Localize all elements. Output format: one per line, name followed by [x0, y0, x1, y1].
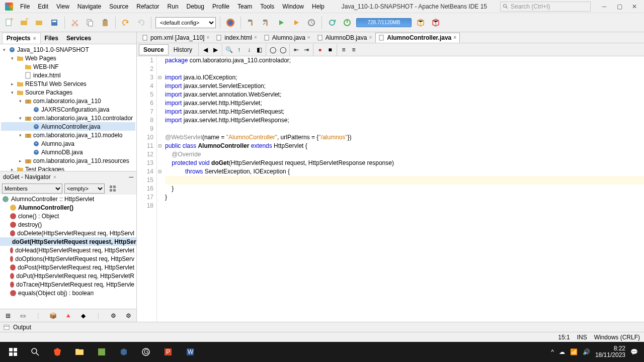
- clean-build-button[interactable]: [260, 17, 272, 29]
- minimize-icon[interactable]: ─: [129, 173, 133, 180]
- reload-button[interactable]: [326, 17, 338, 29]
- navigator-item[interactable]: clone() : Object: [0, 212, 136, 220]
- save-all-button[interactable]: [48, 17, 60, 29]
- tree-toggle-icon[interactable]: ▾: [17, 133, 23, 138]
- editor-tab[interactable]: Alumno.java×: [261, 33, 314, 43]
- empty-select[interactable]: <empty>: [64, 184, 105, 194]
- tree-toggle-icon[interactable]: ▾: [9, 90, 15, 95]
- tree-node[interactable]: WEB-INF: [1, 62, 135, 71]
- menu-debug[interactable]: Debug: [183, 1, 208, 12]
- find-next-button[interactable]: ↓: [245, 45, 254, 54]
- stop-rec-button[interactable]: ■: [326, 45, 335, 54]
- bp-button[interactable]: ◯: [268, 45, 277, 54]
- rec-button[interactable]: ●: [315, 45, 325, 54]
- code-line[interactable]: @WebServlet(name = "AlumnoController", u…: [165, 133, 644, 142]
- menu-tools[interactable]: Tools: [256, 1, 278, 12]
- nav-b2[interactable]: ▭: [17, 310, 29, 322]
- navigator-item[interactable]: doDelete(HttpServletRequest req, HttpSer…: [0, 229, 136, 237]
- bp2-button[interactable]: ◯: [278, 45, 287, 54]
- fold-toggle-icon[interactable]: ⊟: [157, 73, 163, 82]
- code-line[interactable]: [165, 125, 644, 133]
- editor-tab[interactable]: AlumnoDB.java×: [314, 33, 376, 43]
- tree-node[interactable]: ▾com.laboratorio.java_110.controlador: [1, 114, 135, 122]
- notification-icon[interactable]: 💬: [630, 348, 638, 355]
- editor-tab[interactable]: pom.xml [Java_110]×: [139, 33, 213, 43]
- menu-run[interactable]: Run: [164, 1, 183, 12]
- shift-l-button[interactable]: ⇤: [292, 45, 301, 54]
- tree-node[interactable]: ▾com.laboratorio.java_110: [1, 97, 135, 105]
- close-icon[interactable]: ×: [254, 35, 257, 40]
- tree-toggle-icon[interactable]: ▸: [9, 167, 15, 171]
- profile-button[interactable]: [305, 17, 317, 29]
- code-line[interactable]: [165, 65, 644, 73]
- menu-window[interactable]: Window: [278, 1, 308, 12]
- navigator-item[interactable]: doOptions(HttpServletRequest req, HttpSe…: [0, 254, 136, 263]
- services-tab[interactable]: Services: [62, 33, 95, 43]
- debug-button[interactable]: [290, 17, 302, 29]
- code-line[interactable]: @Override: [165, 150, 644, 159]
- navigator-item[interactable]: doGet(HttpServletRequest request, HttpSe…: [0, 237, 136, 246]
- tree-toggle-icon[interactable]: ▸: [9, 81, 15, 86]
- menu-view[interactable]: View: [52, 1, 73, 12]
- editor-tab[interactable]: index.html×: [213, 33, 261, 43]
- close-icon[interactable]: ×: [453, 35, 456, 40]
- close-icon[interactable]: ×: [206, 35, 209, 40]
- members-select[interactable]: Members: [2, 184, 62, 194]
- tree-toggle-icon[interactable]: ▸: [17, 158, 23, 163]
- project-tree[interactable]: ▾Java_110-1.0-SNAPSHOT▾Web PagesWEB-INFi…: [0, 44, 136, 171]
- menu-file[interactable]: File: [16, 1, 34, 12]
- tree-toggle-icon[interactable]: ▾: [17, 99, 23, 104]
- close-icon[interactable]: ×: [33, 36, 36, 41]
- history-tab[interactable]: History: [170, 45, 196, 55]
- nav-b1[interactable]: ⊞: [2, 310, 14, 322]
- navigator-item[interactable]: equals(Object obj) : boolean: [0, 289, 136, 297]
- tree-toggle-icon[interactable]: ▾: [17, 116, 23, 121]
- shift-r-button[interactable]: ⇥: [302, 45, 311, 54]
- tree-toggle-icon[interactable]: ▾: [9, 56, 15, 61]
- code-line[interactable]: [165, 202, 644, 210]
- tree-node[interactable]: ▾Java_110-1.0-SNAPSHOT: [1, 45, 135, 54]
- tree-node[interactable]: JAXRSConfiguration.java: [1, 105, 135, 114]
- navigator-item[interactable]: destroy(): [0, 220, 136, 229]
- source-tab[interactable]: Source: [139, 44, 169, 55]
- gc-button[interactable]: [415, 17, 427, 29]
- navigator-item[interactable]: doPut(HttpServletRequest req, HttpServle…: [0, 272, 136, 280]
- find-prev-button[interactable]: ↑: [234, 45, 244, 54]
- close-icon[interactable]: ×: [53, 174, 56, 180]
- code-line[interactable]: }: [165, 193, 644, 202]
- comment-button[interactable]: ≡: [339, 45, 348, 54]
- minimize-button[interactable]: ─: [601, 3, 608, 10]
- start-button[interactable]: [2, 342, 24, 362]
- close-button[interactable]: ✕: [631, 3, 638, 10]
- menu-help[interactable]: Help: [308, 1, 329, 12]
- nav-b3[interactable]: 📦: [47, 310, 59, 322]
- search-button[interactable]: [24, 342, 46, 362]
- tree-node[interactable]: AlumnoController.java: [1, 122, 135, 131]
- close-icon[interactable]: ×: [307, 35, 310, 40]
- code-line[interactable]: import javax.servlet.annotation.WebServl…: [165, 90, 644, 99]
- tree-node[interactable]: ▸Test Packages: [1, 165, 135, 171]
- new-project-button[interactable]: +: [18, 17, 30, 29]
- code-line[interactable]: package com.laboratorio.java_110.control…: [165, 56, 644, 65]
- nav-view-button[interactable]: [107, 183, 119, 195]
- redo-button[interactable]: [135, 17, 147, 29]
- tree-node[interactable]: index.html: [1, 71, 135, 79]
- code-line[interactable]: import javax.servlet.http.HttpServletRes…: [165, 116, 644, 125]
- back-button[interactable]: ◀: [201, 45, 210, 54]
- paste-button[interactable]: [99, 17, 111, 29]
- app2-button[interactable]: G: [135, 342, 157, 362]
- find-button[interactable]: 🔍: [224, 45, 233, 54]
- app1-button[interactable]: [91, 342, 113, 362]
- navigator-item[interactable]: AlumnoController(): [0, 203, 136, 212]
- navigator-class[interactable]: AlumnoController :: HttpServlet: [0, 195, 136, 203]
- tree-node[interactable]: ▾Source Packages: [1, 88, 135, 97]
- code-line[interactable]: protected void doGet(HttpServletRequest …: [165, 159, 644, 167]
- menu-edit[interactable]: Edit: [34, 1, 52, 12]
- editor-tab[interactable]: AlumnoController.java×: [375, 33, 460, 43]
- navigator-item[interactable]: doTrace(HttpServletRequest req, HttpServ…: [0, 280, 136, 289]
- tree-node[interactable]: ▾com.laboratorio.java_110.modelo: [1, 131, 135, 139]
- search-input[interactable]: Search (Ctrl+I): [500, 2, 591, 12]
- word-button[interactable]: W: [179, 342, 201, 362]
- code-line[interactable]: import javax.servlet.ServletException;: [165, 82, 644, 90]
- ppt-button[interactable]: P: [157, 342, 179, 362]
